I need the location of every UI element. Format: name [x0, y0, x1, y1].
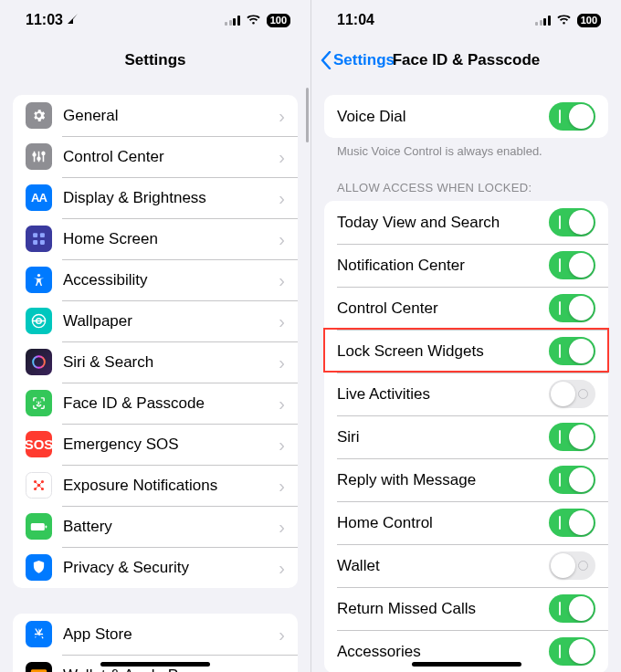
voice-dial-footer: Music Voice Control is always enabled. [311, 143, 621, 160]
access-row-cc[interactable]: Control Center [324, 287, 608, 330]
access-row-widgets[interactable]: Lock Screen Widgets [324, 330, 608, 373]
wifi-icon [556, 12, 572, 28]
access-row-label: Notification Center [337, 257, 549, 275]
access-row-today[interactable]: Today View and Search [324, 201, 608, 244]
access-row-siri[interactable]: Siri [324, 415, 608, 458]
access-row-missed[interactable]: Return Missed Calls [324, 587, 608, 630]
chevron-right-icon: › [279, 312, 285, 331]
svg-point-5 [42, 152, 45, 155]
settings-row-display[interactable]: AADisplay & Brightness› [13, 177, 298, 218]
accessibility-icon [26, 267, 52, 293]
settings-row-label: Wallet & Apple Pay [63, 667, 279, 673]
battery-icon [26, 513, 52, 540]
access-toggle-missed[interactable] [549, 594, 595, 623]
allow-access-group: Today View and SearchNotification Center… [324, 201, 608, 672]
settings-row-wallpaper[interactable]: Wallpaper› [13, 300, 298, 341]
home-indicator[interactable] [412, 662, 521, 667]
access-toggle-notif[interactable] [549, 251, 595, 279]
voice-dial-row[interactable]: Voice Dial [324, 95, 608, 138]
access-toggle-widgets[interactable] [549, 337, 595, 365]
access-row-label: Siri [337, 428, 549, 446]
display-icon: AA [26, 184, 52, 211]
access-row-live[interactable]: Live Activities [324, 373, 608, 415]
svg-point-13 [37, 401, 37, 402]
home-indicator[interactable] [100, 662, 210, 667]
access-toggle-today[interactable] [549, 208, 595, 236]
svg-point-3 [33, 153, 36, 156]
access-row-reply[interactable]: Reply with Message [324, 458, 608, 501]
voice-dial-toggle[interactable] [549, 102, 595, 131]
chevron-left-icon [321, 51, 332, 69]
settings-row-battery[interactable]: Battery› [13, 506, 298, 547]
back-button[interactable]: Settings [321, 40, 395, 80]
chevron-right-icon: › [279, 271, 285, 289]
chevron-right-icon: › [279, 559, 285, 577]
access-row-label: Live Activities [337, 385, 549, 404]
settings-scroll[interactable]: General›Control Center›AADisplay & Brigh… [0, 80, 310, 672]
svg-rect-22 [31, 523, 45, 530]
access-row-label: Reply with Message [337, 471, 549, 489]
access-toggle-cc[interactable] [549, 294, 595, 322]
settings-root-screen: 11:03 100 Settings General›Control Cente… [0, 0, 310, 672]
svg-point-4 [37, 157, 40, 160]
exposure-icon [26, 472, 52, 499]
chevron-right-icon: › [279, 189, 285, 207]
settings-row-label: Face ID & Passcode [63, 394, 279, 413]
settings-row-label: General [63, 107, 279, 125]
access-toggle-accessories[interactable] [549, 637, 595, 666]
status-bar: 11:03 100 [0, 0, 310, 40]
chevron-right-icon: › [279, 353, 285, 372]
access-toggle-walletacc[interactable] [549, 551, 595, 580]
chevron-right-icon: › [279, 107, 285, 125]
chevron-right-icon: › [279, 518, 285, 536]
settings-row-siri[interactable]: Siri & Search› [13, 341, 298, 383]
settings-row-appstore[interactable]: App Store› [13, 614, 298, 655]
siri-icon [26, 349, 52, 375]
settings-row-label: Battery [63, 518, 279, 536]
settings-row-exposure[interactable]: Exposure Notifications› [13, 465, 298, 506]
settings-row-privacy[interactable]: Privacy & Security› [13, 547, 298, 588]
access-row-label: Today View and Search [337, 214, 549, 232]
voice-dial-group: Voice Dial [324, 95, 608, 138]
settings-group-0: General›Control Center›AADisplay & Brigh… [13, 95, 298, 588]
access-row-label: Lock Screen Widgets [337, 342, 549, 361]
chevron-right-icon: › [279, 625, 285, 644]
access-row-label: Wallet [337, 557, 549, 575]
status-bar: 11:04 100 [311, 0, 621, 40]
nav-bar: Settings Face ID & Passcode [311, 40, 621, 80]
status-time: 11:03 [26, 12, 63, 28]
chevron-right-icon: › [279, 436, 285, 454]
chevron-right-icon: › [279, 477, 285, 495]
svg-rect-7 [40, 233, 45, 237]
svg-point-14 [40, 401, 41, 402]
access-toggle-live[interactable] [549, 380, 595, 408]
cellular-signal-icon [225, 16, 240, 26]
settings-row-label: Siri & Search [63, 353, 279, 372]
access-row-notif[interactable]: Notification Center [324, 244, 608, 287]
settings-row-faceid[interactable]: Face ID & Passcode› [13, 383, 298, 424]
settings-row-label: Accessibility [63, 271, 279, 289]
svg-rect-23 [46, 525, 47, 528]
settings-row-sos[interactable]: SOSEmergency SOS› [13, 424, 298, 465]
settings-row-home-screen[interactable]: Home Screen› [13, 218, 298, 259]
settings-row-accessibility[interactable]: Accessibility› [13, 259, 298, 300]
access-toggle-reply[interactable] [549, 466, 595, 494]
nav-title: Face ID & Passcode [393, 51, 541, 69]
access-row-walletacc[interactable]: Wallet [324, 544, 608, 587]
nav-title: Settings [124, 51, 185, 69]
access-row-homectl[interactable]: Home Control [324, 501, 608, 544]
home-screen-icon [26, 226, 52, 252]
faceid-scroll[interactable]: Voice Dial Music Voice Control is always… [311, 80, 621, 672]
cellular-signal-icon [535, 16, 551, 26]
settings-row-general[interactable]: General› [13, 95, 298, 136]
access-toggle-homectl[interactable] [549, 509, 595, 537]
location-arrow-icon [67, 13, 79, 27]
access-toggle-siri[interactable] [549, 423, 595, 451]
settings-row-control-center[interactable]: Control Center› [13, 136, 298, 177]
general-icon [26, 102, 52, 129]
svg-rect-6 [33, 233, 37, 237]
voice-dial-label: Voice Dial [337, 108, 549, 126]
back-label: Settings [333, 51, 395, 69]
faceid-icon [26, 390, 52, 416]
settings-row-label: Wallpaper [63, 312, 279, 331]
